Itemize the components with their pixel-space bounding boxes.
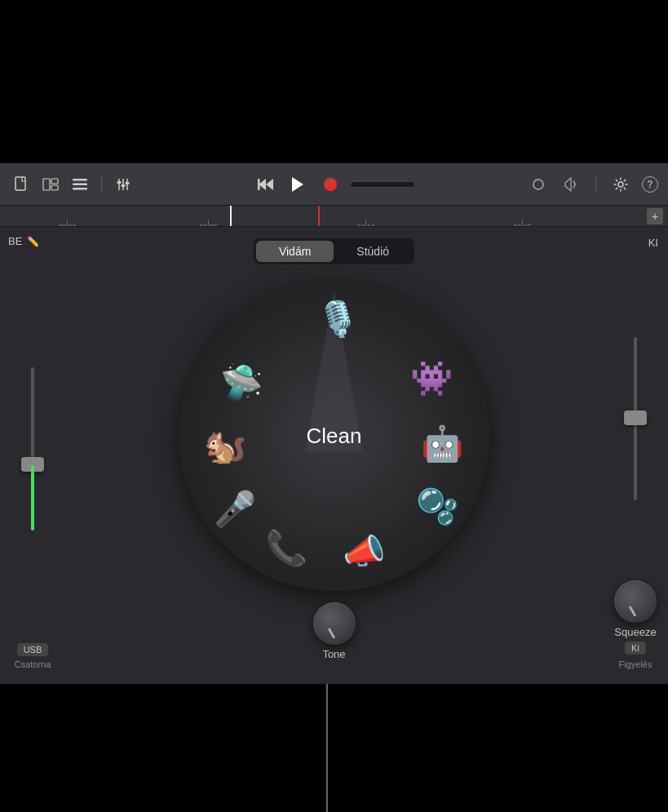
svg-marker-18 bbox=[565, 178, 571, 191]
svg-rect-10 bbox=[117, 181, 122, 184]
voice-squirrel[interactable]: 🐿️ bbox=[204, 426, 246, 466]
listening-label: Figyelés bbox=[619, 659, 653, 669]
add-track-button[interactable]: + bbox=[647, 208, 663, 224]
record-dot bbox=[324, 178, 337, 191]
volume-meter bbox=[350, 181, 415, 188]
toolbar-center bbox=[254, 171, 415, 197]
record-marker bbox=[318, 206, 320, 226]
svg-rect-3 bbox=[51, 185, 58, 190]
new-project-icon[interactable] bbox=[10, 175, 33, 193]
tone-knob[interactable] bbox=[313, 602, 356, 645]
be-row: BE ✏️ bbox=[0, 235, 39, 247]
svg-rect-6 bbox=[73, 188, 87, 190]
help-icon[interactable]: ? bbox=[642, 176, 658, 193]
toolbar-right: ? bbox=[422, 175, 659, 193]
volume-high-icon[interactable] bbox=[560, 175, 582, 193]
app-window: ? 00:00 00:05 00:10 00:15 bbox=[0, 163, 668, 684]
svg-rect-12 bbox=[126, 182, 130, 184]
voice-telephone[interactable]: 📞 bbox=[265, 528, 307, 568]
playhead-marker bbox=[230, 206, 232, 226]
voice-ufo[interactable]: 🛸 bbox=[220, 362, 263, 402]
voice-wheel[interactable]: Clean 🎙️ 🛸 👾 🐿️ 🤖 🎤 🫧 📞 📣 bbox=[179, 281, 489, 591]
volume-low-icon[interactable] bbox=[527, 175, 550, 193]
svg-rect-5 bbox=[73, 183, 87, 185]
rewind-button[interactable] bbox=[254, 172, 278, 197]
left-slider-container bbox=[16, 254, 49, 643]
toolbar: ? bbox=[0, 163, 668, 206]
svg-rect-0 bbox=[15, 177, 25, 190]
squeeze-label: Squeeze bbox=[614, 626, 656, 638]
list-icon[interactable] bbox=[69, 175, 91, 193]
ruler-marks: 00:00 00:05 00:10 00:15 bbox=[8, 206, 660, 226]
right-slider-area bbox=[634, 256, 637, 580]
channel-label: Csatorna bbox=[15, 659, 51, 669]
voice-megaphone[interactable]: 📣 bbox=[343, 531, 385, 571]
tone-knob-container: Tone bbox=[313, 602, 356, 660]
left-panel: BE ✏️ USB Csatorna bbox=[0, 227, 65, 684]
ki-label-container: KI bbox=[648, 235, 668, 250]
off-label: KI bbox=[648, 237, 658, 249]
layout-icon[interactable] bbox=[39, 175, 62, 193]
main-area: BE ✏️ USB Csatorna Vidám Stúdió bbox=[0, 227, 668, 684]
bottom-vline bbox=[326, 684, 328, 812]
right-bottom-controls: Squeeze Ki Figyelés bbox=[614, 580, 657, 676]
voice-goldmic[interactable]: 🎤 bbox=[214, 489, 256, 529]
voice-bubbles[interactable]: 🫧 bbox=[416, 486, 458, 526]
pencil-icon[interactable]: ✏️ bbox=[27, 236, 39, 247]
tab-stúdió[interactable]: Stúdió bbox=[334, 241, 412, 262]
ruler-mark-3: 00:15 bbox=[522, 220, 523, 226]
mixer-icon[interactable] bbox=[112, 175, 135, 193]
right-slider-thumb[interactable] bbox=[624, 410, 647, 425]
left-slider-thumb[interactable] bbox=[21, 457, 44, 472]
ruler-mark-2: 00:10 bbox=[365, 220, 366, 226]
record-button[interactable] bbox=[317, 171, 343, 197]
svg-rect-4 bbox=[73, 179, 87, 181]
top-black-bar bbox=[0, 0, 668, 163]
on-label: BE bbox=[8, 235, 22, 247]
right-panel: KI Squeeze Ki Figyelés bbox=[603, 227, 668, 684]
ruler-mark-0: 00:00 bbox=[67, 220, 68, 226]
timeline-ruler: 00:00 00:05 00:10 00:15 + bbox=[0, 206, 668, 227]
voice-robot[interactable]: 🤖 bbox=[421, 424, 463, 464]
right-slider-track bbox=[634, 337, 637, 500]
play-button[interactable] bbox=[285, 171, 311, 197]
svg-marker-16 bbox=[292, 177, 303, 192]
svg-point-17 bbox=[533, 180, 543, 189]
toolbar-separator-2 bbox=[595, 176, 596, 193]
center-area: Vidám Stúdió Clean 🎙️ 🛸 👾 🐿️ 🤖 bbox=[65, 227, 603, 684]
wheel-center-label: Clean bbox=[307, 424, 362, 449]
channel-info: USB Csatorna bbox=[15, 643, 51, 676]
toolbar-left bbox=[10, 175, 247, 193]
tone-label: Tone bbox=[322, 648, 345, 660]
voice-monster[interactable]: 👾 bbox=[410, 358, 453, 398]
svg-marker-14 bbox=[266, 179, 273, 190]
svg-rect-1 bbox=[43, 179, 50, 190]
gear-icon[interactable] bbox=[609, 175, 632, 193]
squeeze-knob[interactable] bbox=[614, 580, 657, 623]
center-bottom-controls: Tone bbox=[313, 602, 356, 660]
toolbar-separator-1 bbox=[101, 176, 102, 193]
tab-bar: Vidám Stúdió bbox=[254, 238, 414, 264]
svg-rect-15 bbox=[258, 179, 260, 190]
ruler-mark-1: 00:05 bbox=[208, 220, 209, 226]
svg-rect-11 bbox=[122, 184, 126, 187]
bottom-black-bar bbox=[0, 684, 668, 812]
tab-vidám[interactable]: Vidám bbox=[256, 241, 334, 262]
left-slider-track bbox=[31, 367, 34, 530]
usb-badge: USB bbox=[17, 643, 49, 656]
voice-microphone[interactable]: 🎙️ bbox=[316, 299, 359, 339]
svg-point-19 bbox=[618, 182, 623, 187]
svg-rect-2 bbox=[51, 179, 58, 184]
listening-badge: Ki bbox=[625, 641, 646, 654]
